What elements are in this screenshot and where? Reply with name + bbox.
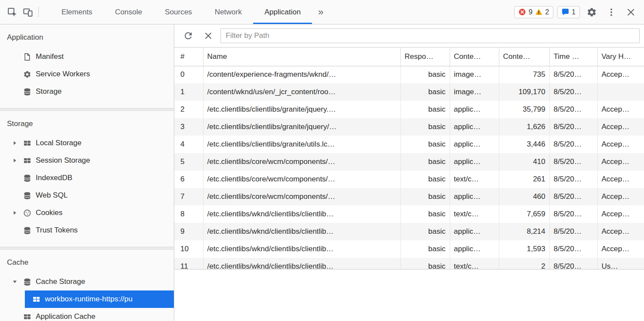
- arrow-slot: [12, 158, 23, 163]
- cookie-icon: [23, 208, 31, 217]
- database-icon: [23, 226, 31, 235]
- table-cell: 261: [499, 171, 549, 188]
- tab-application[interactable]: Application: [253, 0, 312, 24]
- sidebar-item-local-storage[interactable]: Local Storage: [0, 134, 174, 152]
- sidebar-item-session-storage[interactable]: Session Storage: [0, 152, 174, 169]
- settings-button[interactable]: [584, 4, 600, 20]
- table-row[interactable]: 11/etc.clientlibs/wknd/clientlibs/client…: [174, 258, 644, 269]
- device-toolbar-icon: [23, 7, 33, 17]
- table-cell: 8/5/20…: [549, 223, 597, 240]
- column-header-6[interactable]: Vary H…: [597, 48, 644, 66]
- toolbar-right-group: 9 2 1: [514, 0, 644, 24]
- sidebar-item-indexeddb[interactable]: IndexedDB: [0, 169, 174, 187]
- arrow-slot: [12, 279, 23, 284]
- section-title: Cache: [0, 256, 174, 269]
- sidebar-item-application-cache[interactable]: Application Cache: [0, 308, 174, 321]
- column-header-4[interactable]: Conte…: [499, 48, 549, 66]
- issues-badge[interactable]: 1: [557, 6, 580, 18]
- table-row[interactable]: 7/etc.clientlibs/core/wcm/components/…ba…: [174, 188, 644, 205]
- more-tabs-button[interactable]: »: [312, 0, 329, 24]
- sidebar-item-label: Storage: [36, 87, 62, 96]
- errors-warnings-badge[interactable]: 9 2: [514, 6, 553, 18]
- table-cell: 410: [499, 153, 549, 171]
- tab-console[interactable]: Console: [104, 0, 153, 24]
- tab-sources[interactable]: Sources: [153, 0, 203, 24]
- table-cell: Accep…: [597, 101, 644, 118]
- sidebar-item-web-sql[interactable]: Web SQL: [0, 187, 174, 204]
- table-cell: 3,446: [499, 136, 549, 153]
- inspect-element-button[interactable]: [4, 4, 20, 20]
- arrow-expanded-icon[interactable]: [12, 279, 17, 284]
- sidebar-item-cache-storage[interactable]: Cache Storage: [0, 273, 174, 290]
- sidebar-item-trust-tokens[interactable]: Trust Tokens: [0, 222, 174, 239]
- sidebar-item-label: Manifest: [36, 52, 64, 61]
- table-row[interactable]: 10/etc.clientlibs/wknd/clientlibs/client…: [174, 240, 644, 258]
- table-row[interactable]: 9/etc.clientlibs/wknd/clientlibs/clientl…: [174, 223, 644, 240]
- sidebar-item-label: Session Storage: [36, 156, 90, 165]
- table-row[interactable]: 6/etc.clientlibs/core/wcm/components/…ba…: [174, 171, 644, 188]
- sidebar-section-cache: CacheCache Storageworkbox-runtime-https:…: [0, 249, 174, 321]
- cache-table-area: #NameRespo…Conte…Conte…Time …Vary H… 0/c…: [174, 48, 644, 269]
- cache-toolbar: [174, 24, 644, 48]
- error-icon: [519, 8, 526, 16]
- table-cell: /etc.clientlibs/clientlibs/granite/jquer…: [203, 101, 400, 118]
- table-cell: basic: [400, 188, 450, 205]
- table-row[interactable]: 0/content/experience-fragments/wknd/…bas…: [174, 66, 644, 83]
- sidebar-item-cookies[interactable]: Cookies: [0, 204, 174, 222]
- table-icon: [23, 312, 31, 321]
- table-cell: /etc.clientlibs/core/wcm/components/…: [203, 188, 400, 205]
- table-cell: 7: [174, 188, 203, 205]
- refresh-button[interactable]: [180, 28, 196, 44]
- more-options-button[interactable]: [603, 4, 619, 20]
- sidebar-item-label: Cache Storage: [36, 277, 85, 286]
- filter-by-path-input[interactable]: [220, 28, 640, 43]
- table-cell: 8,214: [499, 223, 549, 240]
- column-header-5[interactable]: Time …: [549, 48, 597, 66]
- table-cell: /etc.clientlibs/wknd/clientlibs/clientli…: [203, 205, 400, 223]
- table-cell: /etc.clientlibs/wknd/clientlibs/clientli…: [203, 223, 400, 240]
- column-header-0[interactable]: #: [174, 48, 203, 66]
- table-cell: 8/5/20…: [549, 205, 597, 223]
- table-cell: 8/5/20…: [549, 153, 597, 171]
- section-title: Storage: [0, 118, 174, 130]
- cache-storage-panel: #NameRespo…Conte…Conte…Time …Vary H… 0/c…: [174, 24, 644, 321]
- sidebar-item-manifest[interactable]: Manifest: [0, 48, 174, 65]
- issues-icon: [562, 8, 569, 16]
- sidebar-item-storage[interactable]: Storage: [0, 83, 174, 100]
- table-cell: 6: [174, 171, 203, 188]
- table-cell: 2: [499, 258, 549, 269]
- table-row[interactable]: 1/content/wknd/us/en/_jcr_content/roo…ba…: [174, 83, 644, 101]
- arrow-collapsed-icon[interactable]: [12, 158, 17, 163]
- sidebar-item-service-workers[interactable]: Service Workers: [0, 65, 174, 83]
- arrow-collapsed-icon[interactable]: [12, 210, 17, 215]
- sidebar-item-label: Trust Tokens: [36, 226, 78, 235]
- sidebar-item-workbox-runtime-https-pu[interactable]: workbox-runtime-https://pu: [25, 290, 174, 308]
- inspect-icon: [7, 7, 17, 17]
- close-devtools-button[interactable]: [623, 4, 639, 20]
- tab-elements[interactable]: Elements: [50, 0, 104, 24]
- table-cell: Accep…: [597, 240, 644, 258]
- table-row[interactable]: 2/etc.clientlibs/clientlibs/granite/jque…: [174, 101, 644, 118]
- table-cell: [597, 83, 644, 101]
- database-icon: [23, 87, 31, 96]
- table-row[interactable]: 3/etc.clientlibs/clientlibs/granite/jque…: [174, 118, 644, 136]
- arrow-collapsed-icon[interactable]: [12, 140, 17, 146]
- warning-icon: [535, 8, 542, 16]
- table-cell: Accep…: [597, 171, 644, 188]
- tab-network[interactable]: Network: [203, 0, 253, 24]
- table-cell: /etc.clientlibs/clientlibs/granite/utils…: [203, 136, 400, 153]
- table-cell: Accep…: [597, 118, 644, 136]
- table-cell: 8: [174, 205, 203, 223]
- table-cell: Accep…: [597, 188, 644, 205]
- column-header-3[interactable]: Conte…: [450, 48, 499, 66]
- sidebar-item-label: Application Cache: [36, 312, 95, 321]
- table-header-row: #NameRespo…Conte…Conte…Time …Vary H…: [174, 48, 644, 66]
- column-header-1[interactable]: Name: [203, 48, 400, 66]
- table-row[interactable]: 5/etc.clientlibs/core/wcm/components/…ba…: [174, 153, 644, 171]
- table-row[interactable]: 4/etc.clientlibs/clientlibs/granite/util…: [174, 136, 644, 153]
- column-header-2[interactable]: Respo…: [400, 48, 450, 66]
- table-row[interactable]: 8/etc.clientlibs/wknd/clientlibs/clientl…: [174, 205, 644, 223]
- delete-selected-button[interactable]: [200, 28, 216, 44]
- device-toolbar-button[interactable]: [20, 4, 36, 20]
- table-cell: applic…: [450, 188, 499, 205]
